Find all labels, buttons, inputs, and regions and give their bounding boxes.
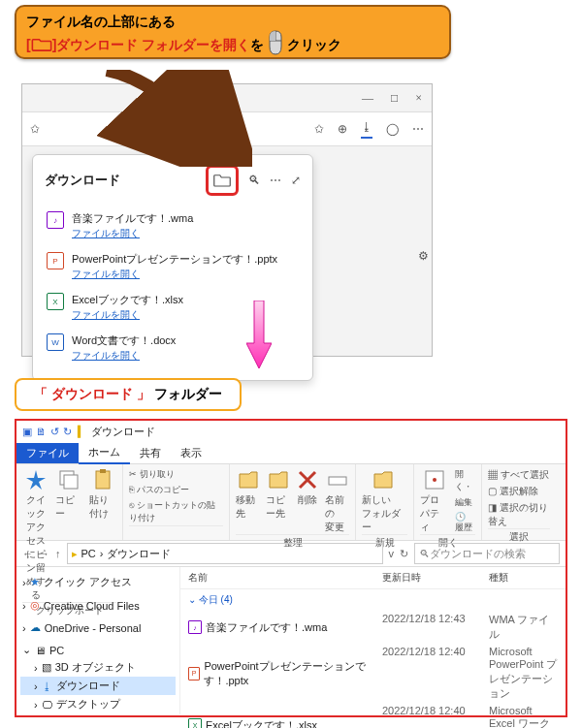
- file-type-icon: X: [47, 293, 64, 310]
- explorer-folder-icon: ▣: [22, 426, 32, 438]
- copy-button[interactable]: コピー: [55, 468, 82, 521]
- nav-documents[interactable]: ›🗎ドキュメント: [20, 713, 176, 714]
- more-icon[interactable]: ⋯: [270, 174, 281, 187]
- settings-icon[interactable]: ⚙: [418, 249, 429, 263]
- cut-button[interactable]: ✂ 切り取り: [129, 468, 223, 481]
- copy-to-button[interactable]: コピー先: [266, 468, 290, 521]
- group-today[interactable]: ⌄ 今日 (4): [180, 589, 566, 611]
- col-date[interactable]: 更新日時: [382, 571, 489, 585]
- crumb-pc[interactable]: PC: [81, 548, 96, 559]
- explorer-columns: 名前 更新日時 種類: [180, 567, 566, 589]
- file-type-icon: ♪: [188, 620, 202, 634]
- tab-file[interactable]: ファイル: [16, 443, 79, 463]
- window-titlebar: — □ ×: [22, 84, 432, 111]
- file-explorer-window: ▣ 🗎 ↺ ↻ ▍ ダウンロード ファイル ホーム 共有 表示 クイック アクセ…: [15, 419, 567, 717]
- folder-caption: 「 ダウンロード 」 フォルダー: [15, 378, 242, 411]
- callout-suffix: を: [250, 36, 264, 53]
- more-icon[interactable]: ⋯: [412, 122, 424, 136]
- nav-3d-objects[interactable]: ›▧3D オブジェクト: [20, 658, 176, 677]
- browser-toolbar: ✩ ✩ ⊕ ⭳ ◯ ⋯: [22, 111, 432, 146]
- callout-dl-label: ダウンロード フォルダーを開く: [56, 36, 250, 53]
- caption-quote-open: 「: [34, 386, 48, 403]
- properties-button[interactable]: プロパティ: [420, 468, 449, 534]
- quick-save-icon[interactable]: 🗎: [36, 426, 47, 438]
- breadcrumb[interactable]: ▸ PC › ダウンロード: [67, 543, 383, 564]
- callout-click: クリック: [287, 36, 341, 53]
- invert-selection-button[interactable]: ◨ 選択の切り替え: [488, 501, 550, 528]
- nav-pc[interactable]: ⌄🖥PC: [20, 642, 176, 658]
- tab-view[interactable]: 表示: [171, 443, 211, 463]
- downloads-panel-title: ダウンロード: [45, 172, 120, 189]
- file-name: PowerPointプレゼンテーションです！.pptx: [204, 659, 382, 688]
- paste-shortcut-button[interactable]: ⎋ ショートカットの貼り付け: [129, 499, 223, 524]
- paste-button[interactable]: 貼り付け: [89, 468, 116, 521]
- caption-quote-close: 」: [137, 386, 150, 403]
- file-name: 音楽ファイルです！.wma: [206, 620, 327, 635]
- collections-icon[interactable]: ⊕: [338, 122, 347, 136]
- open-button[interactable]: 開く・: [455, 468, 475, 493]
- col-type[interactable]: 種類: [489, 571, 558, 585]
- explorer-tabs: ファイル ホーム 共有 表示: [16, 442, 566, 464]
- downloads-icon[interactable]: ⭳: [361, 120, 372, 139]
- window-minimize[interactable]: —: [362, 91, 373, 106]
- rename-button[interactable]: 名前の 変更: [325, 468, 349, 534]
- file-type-icon: X: [188, 718, 202, 728]
- svg-rect-2: [96, 471, 110, 489]
- select-all-button[interactable]: ▦ すべて選択: [488, 468, 550, 482]
- callout-line1: ファイル名の上部にある: [26, 14, 176, 29]
- nav-up-icon[interactable]: ↑: [55, 548, 61, 559]
- crumb-downloads[interactable]: ダウンロード: [107, 547, 171, 561]
- open-file-link[interactable]: ファイルを開く: [72, 349, 176, 363]
- favorite-icon[interactable]: ✩: [314, 122, 324, 136]
- move-to-button[interactable]: 移動先: [236, 468, 260, 521]
- quick-redo-icon[interactable]: ↻: [63, 426, 72, 438]
- quick-undo-icon[interactable]: ↺: [50, 426, 59, 438]
- window-maximize[interactable]: □: [391, 91, 398, 106]
- history-button[interactable]: 🕓 履歴: [455, 512, 475, 534]
- nav-creative-cloud[interactable]: ›◎Creative Cloud Files: [20, 597, 176, 614]
- download-item-name: PowerPointプレゼンテーションです！.pptx: [72, 252, 277, 267]
- profile-icon[interactable]: ◯: [386, 122, 399, 136]
- nav-back-icon[interactable]: ←: [22, 548, 33, 559]
- tab-home[interactable]: ホーム: [79, 442, 130, 464]
- ribbon-group-select: 選択: [488, 528, 550, 544]
- open-file-link[interactable]: ファイルを開く: [72, 227, 193, 240]
- col-name[interactable]: 名前: [188, 571, 382, 585]
- file-row[interactable]: PPowerPointプレゼンテーションです！.pptx2022/12/18 1…: [180, 644, 566, 703]
- delete-button[interactable]: 削除: [296, 468, 319, 507]
- explorer-file-list: 名前 更新日時 種類 ⌄ 今日 (4) ♪音楽ファイルです！.wma2022/1…: [180, 567, 566, 714]
- nav-downloads[interactable]: ›⭳ダウンロード: [20, 677, 176, 695]
- file-row[interactable]: ♪音楽ファイルです！.wma2022/12/18 12:43WMA ファイル: [180, 611, 566, 644]
- caption-rest: フォルダー: [154, 386, 222, 403]
- open-downloads-folder-button[interactable]: [206, 165, 239, 196]
- new-folder-button[interactable]: 新しい フォルダー: [362, 468, 404, 534]
- explorer-search-input[interactable]: 🔍︎ ダウンロードの検索: [414, 543, 560, 564]
- downloads-panel: ダウンロード 🔍︎ ⋯ ⤢ ♪音楽ファイルです！.wmaファイルを開くPPowe…: [32, 154, 313, 381]
- tab-share[interactable]: 共有: [130, 443, 171, 463]
- open-file-link[interactable]: ファイルを開く: [72, 268, 277, 281]
- select-none-button[interactable]: ▢ 選択解除: [488, 485, 550, 498]
- svg-rect-3: [100, 469, 106, 473]
- copy-path-button[interactable]: ⎘ パスのコピー: [129, 484, 223, 496]
- file-type-icon: P: [47, 252, 64, 269]
- download-item: PPowerPointプレゼンテーションです！.pptxファイルを開く: [45, 246, 301, 287]
- file-type-icon: ♪: [47, 211, 64, 229]
- file-name: Excelブックです！.xlsx: [206, 718, 317, 729]
- window-close[interactable]: ×: [415, 91, 422, 106]
- edit-button[interactable]: 編集: [455, 496, 475, 509]
- download-item: WWord文書です！.docxファイルを開く: [45, 328, 301, 368]
- pin-icon[interactable]: ⤢: [291, 174, 301, 187]
- nav-forward-icon[interactable]: →: [39, 548, 49, 559]
- file-row[interactable]: XExcelブックです！.xlsx2022/12/18 12:40Microso…: [180, 703, 566, 728]
- svg-rect-4: [329, 477, 346, 485]
- nav-quick-access[interactable]: ›★クイック アクセス: [20, 573, 176, 591]
- file-type-icon: W: [47, 333, 64, 351]
- search-icon[interactable]: 🔍︎: [248, 174, 260, 187]
- favorite-icon[interactable]: ✩: [30, 122, 40, 136]
- caption-word: ダウンロード: [51, 386, 133, 403]
- explorer-title: ダウンロード: [91, 425, 155, 439]
- open-file-link[interactable]: ファイルを開く: [72, 308, 183, 322]
- folder-icon: [31, 38, 52, 51]
- nav-desktop[interactable]: ›🖵デスクトップ: [20, 695, 176, 713]
- nav-onedrive[interactable]: ›☁OneDrive - Personal: [20, 619, 176, 636]
